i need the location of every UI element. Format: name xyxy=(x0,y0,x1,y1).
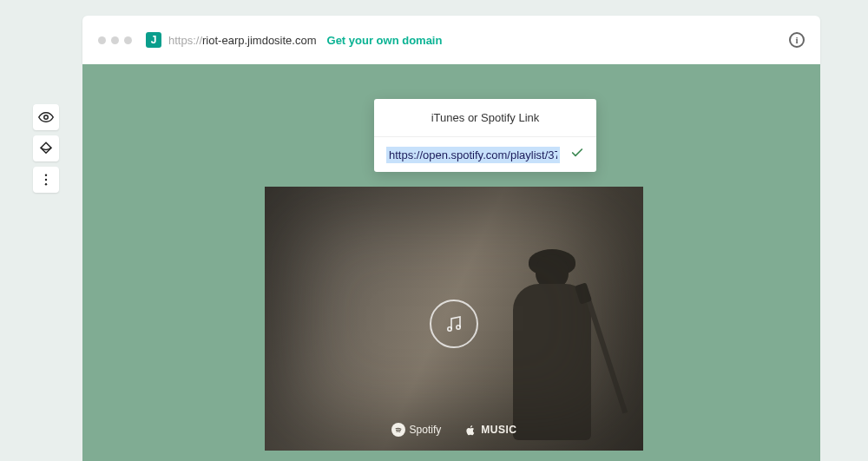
music-block-hero[interactable]: Spotify MUSIC xyxy=(265,187,643,451)
preview-button[interactable] xyxy=(33,104,59,130)
editor-toolbar xyxy=(33,104,59,193)
design-button[interactable] xyxy=(33,135,59,161)
svg-point-2 xyxy=(45,179,47,181)
favicon-icon: J xyxy=(146,32,161,48)
apple-music-logo: MUSIC xyxy=(465,424,516,436)
maximize-dot-icon[interactable] xyxy=(124,36,132,44)
more-button[interactable] xyxy=(33,167,59,193)
check-icon xyxy=(570,146,584,163)
apple-icon xyxy=(465,425,477,436)
svg-point-5 xyxy=(457,326,460,329)
window-traffic-lights xyxy=(98,36,132,44)
spotify-logo: Spotify xyxy=(391,423,442,437)
music-play-icon[interactable] xyxy=(430,300,478,348)
close-dot-icon[interactable] xyxy=(98,36,106,44)
spotify-label: Spotify xyxy=(410,424,442,436)
url-prefix: https:// xyxy=(168,34,202,47)
spotify-icon xyxy=(391,423,405,437)
browser-bar: J https://riot-earp.jimdosite.com Get yo… xyxy=(82,16,820,64)
svg-point-1 xyxy=(45,175,47,176)
info-icon[interactable]: i xyxy=(789,32,805,48)
svg-point-0 xyxy=(44,115,49,120)
popover-body xyxy=(374,137,596,172)
dots-vertical-icon xyxy=(38,172,54,188)
minimize-dot-icon[interactable] xyxy=(111,36,119,44)
eye-icon xyxy=(38,109,54,125)
url-host: riot-earp.jimdosite.com xyxy=(202,34,317,47)
guitarist-silhouette xyxy=(494,254,607,451)
popover-title: iTunes or Spotify Link xyxy=(374,99,596,137)
apple-music-label: MUSIC xyxy=(481,424,516,436)
music-url-input[interactable] xyxy=(386,147,560,163)
palette-icon xyxy=(38,141,54,156)
music-link-popover: iTunes or Spotify Link xyxy=(374,99,596,172)
get-domain-link[interactable]: Get your own domain xyxy=(327,34,443,47)
music-note-icon xyxy=(444,313,464,334)
music-service-logos: Spotify MUSIC xyxy=(265,423,643,437)
svg-point-4 xyxy=(448,327,451,331)
svg-point-3 xyxy=(45,183,47,185)
address-bar[interactable]: https://riot-earp.jimdosite.com xyxy=(168,34,317,47)
